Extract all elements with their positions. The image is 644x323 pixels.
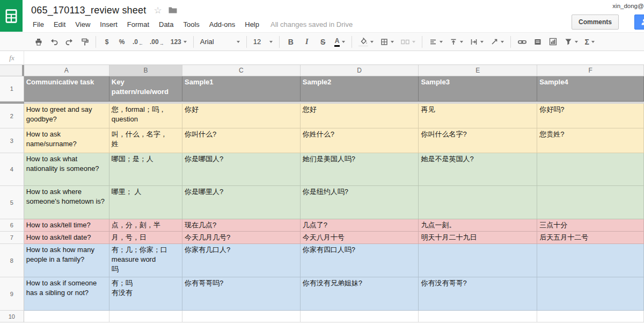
insert-link-button[interactable] <box>515 35 529 48</box>
save-status[interactable]: All changes saved in Drive <box>270 20 353 28</box>
cell-A3[interactable]: How to ask name/surname? <box>24 128 109 153</box>
insert-chart-button[interactable] <box>546 35 560 48</box>
cell-E9[interactable]: 你有没有哥哥? <box>419 277 537 311</box>
row-header-10[interactable]: 10 <box>0 311 24 322</box>
paint-format-button[interactable] <box>78 35 91 48</box>
cell-E8[interactable] <box>419 244 537 277</box>
cell-D7[interactable]: 今天八月十号 <box>301 232 419 244</box>
cell-F1[interactable]: Sample4 <box>537 76 644 102</box>
cell-A8[interactable]: How to ask how many people in a family? <box>24 244 109 277</box>
functions-button[interactable]: Σ <box>582 35 596 48</box>
menu-help[interactable]: Help <box>240 18 264 31</box>
cell-F5[interactable] <box>537 186 644 219</box>
cell-D3[interactable]: 你姓什么? <box>301 128 419 153</box>
cell-A10[interactable] <box>24 311 109 322</box>
column-header-F[interactable]: F <box>537 65 644 76</box>
cell-E1[interactable]: Sample3 <box>419 76 537 102</box>
cell-B2[interactable]: 您，formal；吗， question <box>109 104 182 128</box>
cell-D9[interactable]: 你有没有兄弟姐妹? <box>301 277 419 311</box>
filter-button[interactable] <box>562 35 580 48</box>
cell-F9[interactable] <box>537 277 644 311</box>
cell-C8[interactable]: 你家有几口人? <box>182 244 301 277</box>
cell-E6[interactable]: 九点一刻。 <box>419 219 537 232</box>
column-header-E[interactable]: E <box>419 65 537 76</box>
cell-B8[interactable]: 有；几；你家；口 measure word 吗 <box>109 244 182 277</box>
cell-C9[interactable]: 你有哥哥吗? <box>182 277 301 311</box>
row-header-2[interactable]: 2 <box>0 104 24 128</box>
cell-C4[interactable]: 你是哪国人? <box>182 153 301 186</box>
menu-addons[interactable]: Add-ons <box>204 18 240 31</box>
cell-B6[interactable]: 点，分，刻，半 <box>109 219 182 232</box>
menu-edit[interactable]: Edit <box>49 18 70 31</box>
row-header-8[interactable]: 8 <box>0 244 24 277</box>
star-icon[interactable]: ☆ <box>153 5 162 16</box>
cell-C3[interactable]: 你叫什么? <box>182 128 301 153</box>
cell-E5[interactable] <box>419 186 537 219</box>
text-rotation-button[interactable] <box>488 35 506 48</box>
cell-A6[interactable]: How to ask/tell time? <box>24 219 109 232</box>
cell-A4[interactable]: How to ask what nationality is someone? <box>24 153 109 186</box>
account-email[interactable]: xin_dong@ls <box>612 3 644 9</box>
borders-button[interactable] <box>378 35 396 48</box>
cell-D4[interactable]: 她们是美国人吗? <box>301 153 419 186</box>
number-format-button[interactable]: 123 <box>169 35 189 48</box>
cell-F10[interactable] <box>537 311 644 322</box>
cell-B10[interactable] <box>109 311 182 322</box>
horizontal-align-button[interactable] <box>427 35 445 48</box>
cell-D8[interactable]: 你家有四口人吗? <box>301 244 419 277</box>
decrease-decimal-button[interactable]: .0← <box>130 35 145 48</box>
menu-tools[interactable]: Tools <box>178 18 204 31</box>
cell-B1[interactable]: Key pattern/rule/word <box>109 76 182 102</box>
cell-E4[interactable]: 她是不是英国人? <box>419 153 537 186</box>
cell-D1[interactable]: Sample2 <box>301 76 419 102</box>
redo-button[interactable] <box>63 35 76 48</box>
row-header-4[interactable]: 4 <box>0 153 24 186</box>
font-size-select[interactable]: 12 <box>250 35 276 48</box>
cell-C7[interactable]: 今天几月几号? <box>182 232 301 244</box>
menu-view[interactable]: View <box>70 18 95 31</box>
cell-B7[interactable]: 月，号，日 <box>109 232 182 244</box>
fill-color-button[interactable] <box>356 35 376 48</box>
cell-E3[interactable]: 你叫什么名字? <box>419 128 537 153</box>
share-button[interactable]: Share <box>634 15 644 30</box>
row-header-6[interactable]: 6 <box>0 219 24 232</box>
vertical-align-button[interactable] <box>447 35 465 48</box>
merge-cells-button[interactable] <box>398 35 418 48</box>
cell-C5[interactable]: 你是哪里人? <box>182 186 301 219</box>
formula-input[interactable] <box>24 51 644 64</box>
row-header-9[interactable]: 9 <box>0 277 24 311</box>
menu-data[interactable]: Data <box>154 18 178 31</box>
row-header-1[interactable]: 1 <box>0 76 24 102</box>
cell-F3[interactable]: 您贵姓? <box>537 128 644 153</box>
row-header-7[interactable]: 7 <box>0 232 24 244</box>
cell-A7[interactable]: How to ask/tell date? <box>24 232 109 244</box>
cell-D2[interactable]: 您好 <box>301 104 419 128</box>
cell-F4[interactable] <box>537 153 644 186</box>
cell-F7[interactable]: 后天五月十二号 <box>537 232 644 244</box>
cell-B4[interactable]: 哪国；是；人 <box>109 153 182 186</box>
bold-button[interactable]: B <box>284 35 298 48</box>
document-title[interactable]: 065_170113_review sheet <box>31 5 146 16</box>
cell-A5[interactable]: How to ask where someone's hometown is? <box>24 186 109 219</box>
italic-button[interactable]: I <box>300 35 314 48</box>
cell-C1[interactable]: Sample1 <box>182 76 301 102</box>
folder-icon[interactable] <box>169 6 177 16</box>
cell-E2[interactable]: 再见 <box>419 104 537 128</box>
menu-file[interactable]: File <box>28 18 49 31</box>
menu-format[interactable]: Format <box>122 18 154 31</box>
cell-F6[interactable]: 三点十分 <box>537 219 644 232</box>
cell-C10[interactable] <box>182 311 301 322</box>
undo-button[interactable] <box>47 35 61 48</box>
cell-A1[interactable]: Communicative task <box>24 76 109 102</box>
format-percent-button[interactable]: % <box>115 35 128 48</box>
cell-E10[interactable] <box>419 311 537 322</box>
strikethrough-button[interactable]: S <box>316 35 330 48</box>
cell-B3[interactable]: 叫，什么，名字， 姓 <box>109 128 182 153</box>
column-header-D[interactable]: D <box>301 65 419 76</box>
cell-D6[interactable]: 几点了? <box>301 219 419 232</box>
increase-decimal-button[interactable]: .00→ <box>148 35 166 48</box>
cell-A9[interactable]: How to ask if someone has a sibling or n… <box>24 277 109 311</box>
cell-D5[interactable]: 你是纽约人吗? <box>301 186 419 219</box>
cell-F2[interactable]: 你好吗? <box>537 104 644 128</box>
cell-B5[interactable]: 哪里； 人 <box>109 186 182 219</box>
